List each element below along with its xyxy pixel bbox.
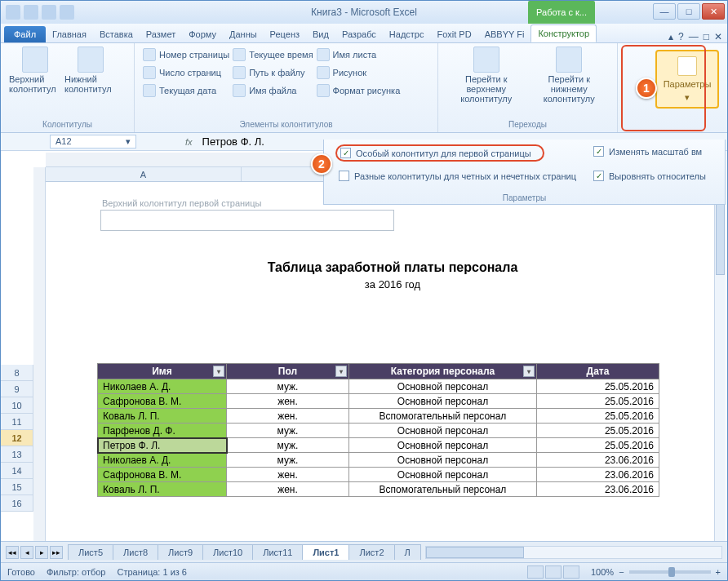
table-row[interactable]: Парфенов Д. Ф.муж.Основной персонал25.05… [98, 424, 659, 438]
sheet-tab[interactable]: Лист9 [158, 544, 203, 560]
th-category[interactable]: Категория персонала▾ [349, 364, 537, 379]
option-align[interactable]: ✓ Выровнять относителы [593, 171, 706, 181]
tab-data[interactable]: Данны [223, 26, 264, 42]
sheet-nav-last[interactable]: ▸▸ [50, 546, 63, 559]
goto-header-button[interactable]: Перейти к верхнему колонтитулу [446, 47, 526, 104]
col-header-a[interactable]: A [46, 167, 242, 181]
zoom-in-button[interactable]: + [716, 567, 721, 577]
sheet-nav-prev[interactable]: ◂ [20, 546, 33, 559]
close-button[interactable]: ✕ [702, 3, 725, 20]
option-odd-even[interactable]: Разные колонтитулы для четных и нечетных… [339, 171, 576, 181]
goto-footer-button[interactable]: Перейти к нижнему колонтитулу [530, 47, 610, 104]
filter-icon[interactable]: ▾ [523, 366, 535, 377]
tab-formulas[interactable]: Форму [182, 26, 223, 42]
sheet-tab[interactable]: Лист11 [252, 544, 303, 560]
save-icon[interactable] [24, 5, 38, 20]
tab-design[interactable]: Конструктор [530, 24, 597, 42]
th-gender[interactable]: Пол▾ [227, 364, 349, 379]
checkbox-align[interactable]: ✓ [593, 171, 604, 181]
formula-bar-value[interactable]: Петров Ф. Л. [202, 135, 264, 148]
row-header[interactable]: 8 [1, 365, 33, 381]
table-row[interactable]: Николаев А. Д.муж.Основной персонал25.05… [98, 379, 659, 394]
fx-icon[interactable]: fx [185, 137, 193, 147]
tab-layout[interactable]: Размет [140, 26, 182, 42]
tab-home[interactable]: Главная [46, 26, 93, 42]
name-box[interactable]: A12▾ [50, 135, 136, 149]
header-button[interactable]: Верхний колонтитул [9, 47, 61, 94]
header-input-box[interactable] [100, 210, 394, 231]
scrollbar-thumb[interactable] [426, 547, 524, 558]
table-row[interactable]: Сафронова В. М.жен.Основной персонал23.0… [98, 468, 659, 482]
sheet-tab[interactable]: Л [394, 544, 421, 560]
row-header[interactable]: 9 [1, 381, 33, 397]
row-header[interactable]: 14 [1, 463, 33, 479]
row-header[interactable]: 13 [1, 446, 33, 463]
doc-close-icon[interactable]: ✕ [714, 31, 722, 42]
parameters-button[interactable]: Параметры ▾ [655, 50, 719, 109]
namebox-dropdown-icon[interactable]: ▾ [126, 136, 131, 147]
current-time-button[interactable]: Текущее время [233, 47, 313, 63]
table-row[interactable]: Коваль Л. П.жен.Вспомогательный персонал… [98, 409, 659, 424]
redo-icon[interactable] [60, 5, 74, 20]
option-scale[interactable]: ✓ Изменять масштаб вм [593, 146, 702, 157]
sheet-nav-first[interactable]: ◂◂ [6, 546, 19, 559]
file-path-button[interactable]: Путь к файлу [233, 64, 313, 81]
tab-foxit[interactable]: Foxit PD [430, 26, 477, 42]
undo-icon[interactable] [42, 5, 56, 20]
checkbox-odd-even[interactable] [339, 171, 349, 181]
tab-insert[interactable]: Вставка [93, 26, 140, 42]
doc-minimize-icon[interactable]: — [689, 31, 699, 42]
doc-maximize-icon[interactable]: □ [704, 31, 709, 42]
current-date-button[interactable]: Текущая дата [143, 82, 229, 99]
row-header[interactable]: 15 [1, 479, 33, 495]
page-number-button[interactable]: Номер страницы [143, 47, 229, 63]
zoom-slider[interactable] [629, 570, 711, 574]
horizontal-scrollbar[interactable] [425, 546, 722, 559]
sheet-tab-active[interactable]: Лист1 [302, 544, 349, 560]
th-date[interactable]: Дата [537, 364, 659, 379]
row-header[interactable]: 10 [1, 397, 33, 414]
minimize-button[interactable]: — [653, 3, 676, 20]
row-header[interactable]: 11 [1, 414, 33, 430]
filter-icon[interactable]: ▾ [335, 366, 347, 377]
picture-button[interactable]: Рисунок [317, 64, 401, 81]
zoom-slider-thumb[interactable] [668, 567, 675, 577]
page-count-button[interactable]: Число страниц [143, 64, 229, 81]
file-name-button[interactable]: Имя файла [233, 82, 313, 99]
maximize-button[interactable]: □ [677, 3, 700, 20]
tab-addins[interactable]: Надстрс [383, 26, 431, 42]
vertical-scrollbar[interactable] [714, 153, 726, 541]
checkbox-first-page[interactable]: ✓ [340, 148, 351, 158]
table-row[interactable]: Сафронова В. М.жен.Основной персонал25.0… [98, 394, 659, 409]
table-row[interactable]: Коваль Л. П.жен.Вспомогательный персонал… [98, 482, 659, 497]
tab-developer[interactable]: Разрабс [335, 26, 383, 42]
sheet-tab[interactable]: Лист2 [348, 544, 394, 560]
view-page-layout[interactable] [545, 565, 562, 579]
tab-view[interactable]: Вид [306, 26, 335, 42]
zoom-level[interactable]: 100% [591, 567, 614, 577]
tab-abbyy[interactable]: ABBYY Fi [478, 26, 531, 42]
sheet-name-button[interactable]: Имя листа [317, 47, 401, 63]
ribbon-collapse-icon[interactable]: ▴ [668, 31, 673, 42]
view-normal[interactable] [527, 565, 544, 579]
checkbox-scale[interactable]: ✓ [593, 146, 604, 157]
sheet-tab[interactable]: Лист5 [68, 544, 113, 560]
filter-icon[interactable]: ▾ [213, 366, 224, 377]
view-page-break[interactable] [563, 565, 579, 579]
row-header-selected[interactable]: 12 [1, 430, 33, 446]
table-row-selected[interactable]: Петров Ф. Л.муж.Основной персонал25.05.2… [98, 438, 659, 453]
th-name[interactable]: Имя▾ [98, 364, 227, 379]
sheet-tab[interactable]: Лист8 [113, 544, 158, 560]
option-first-page[interactable]: ✓ Особый колонтитул для первой страницы [335, 144, 544, 162]
tab-review[interactable]: Реценз [264, 26, 306, 42]
excel-icon[interactable] [6, 5, 20, 20]
row-header[interactable]: 16 [1, 495, 33, 512]
tab-file[interactable]: Файл [4, 26, 46, 42]
sheet-nav-next[interactable]: ▸ [35, 546, 48, 559]
sheet-tab[interactable]: Лист10 [202, 544, 253, 560]
table-row[interactable]: Николаев А. Д.муж.Основной персонал23.06… [98, 453, 659, 468]
footer-button[interactable]: Нижний колонтитул [64, 47, 117, 94]
zoom-out-button[interactable]: − [619, 567, 624, 577]
format-picture-button[interactable]: Формат рисунка [317, 82, 401, 99]
help-icon[interactable]: ? [678, 31, 684, 42]
